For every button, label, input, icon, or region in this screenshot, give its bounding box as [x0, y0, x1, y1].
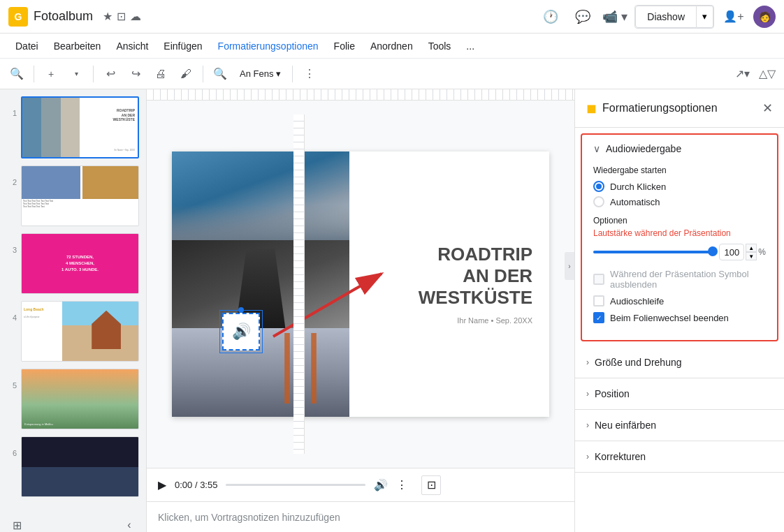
checkbox-audioschleife-row[interactable]: Audioschleife	[593, 295, 766, 306]
collapse-panel-button[interactable]: ‹	[118, 514, 140, 532]
section-recolor-chevron: ›	[586, 420, 589, 430]
media-more-button[interactable]: ⋮	[396, 478, 407, 492]
section-position: › Position	[575, 378, 784, 410]
menu-anordnen[interactable]: Anordnen	[363, 38, 420, 54]
undo-button[interactable]: ↩	[99, 63, 122, 85]
slide-image-6[interactable]	[21, 436, 139, 497]
chat-button[interactable]: 💬	[570, 4, 595, 29]
add-person-button[interactable]: 👤+	[721, 4, 746, 29]
zoom-dropdown-chevron: ▾	[276, 68, 281, 79]
slide-canvas-area[interactable]: ROADTRIP AN DER WESTKÜSTE Ihr Name • Sep…	[147, 101, 574, 468]
search-button[interactable]: 🔍	[6, 63, 28, 85]
checkbox-folienwechsel-row[interactable]: ✓ Beim Folienwechsel beenden	[593, 312, 766, 323]
volume-value: ▲ ▼ %	[719, 244, 766, 260]
resize-handle-top[interactable]	[238, 307, 244, 313]
volume-input[interactable]	[719, 244, 744, 260]
radio-circle-durch-klicken	[593, 181, 604, 192]
checkbox-symbol	[593, 274, 604, 285]
top-bar-right: 🕐 💬 📹 ▾ Diashow ▾ 👤+ 🧑	[538, 4, 776, 29]
user-avatar[interactable]: 🧑	[753, 6, 776, 28]
menu-format[interactable]: Formatierungsoptionen	[211, 38, 326, 54]
audio-section-chevron: ∨	[593, 143, 600, 154]
panel-collapse-handle[interactable]: ›	[565, 252, 574, 280]
notes-bar[interactable]: Klicken, um Vortragsnotizen hinzuzufügen	[147, 501, 574, 532]
section-position-header[interactable]: › Position	[575, 378, 784, 409]
slide-image-2[interactable]: Text Text Text Text Text Text TextText T…	[21, 165, 139, 226]
radio-durch-klicken[interactable]: Durch Klicken	[593, 181, 766, 192]
slide-thumb-3[interactable]: 3 72 STUNDEN,4 MENSCHEN,1 AUTO. 3 HUNDE.	[6, 232, 140, 295]
section-size-title: Größe und Drehung	[595, 357, 682, 368]
radio-label-durch-klicken: Durch Klicken	[610, 182, 666, 192]
checkbox-folienwechsel[interactable]: ✓	[593, 312, 604, 323]
format-panel: ◼ Formatierungsoptionen ✕ ∨ Audiowiederg…	[574, 89, 784, 532]
menu-bearbeiten[interactable]: Bearbeiten	[47, 38, 108, 54]
volume-sub-label: Lautstärke während der Präsentation	[593, 228, 766, 238]
progress-bar[interactable]	[226, 484, 365, 486]
zoom-level-button[interactable]: 🔍	[209, 63, 231, 85]
diashow-button[interactable]: Diashow	[635, 6, 697, 28]
slide-subtitle: Ihr Name • Sep. 20XX	[419, 316, 532, 325]
pointer-dropdown-button[interactable]: ↗▾	[731, 63, 753, 85]
radio-automatisch[interactable]: Automatisch	[593, 196, 766, 207]
volume-slider-track[interactable]	[593, 251, 713, 253]
menu-einfuegen[interactable]: Einfügen	[157, 38, 209, 54]
checkbox-audioschleife[interactable]	[593, 295, 604, 306]
video-call-button[interactable]: 📹 ▾	[602, 4, 627, 29]
zoom-in-button[interactable]: +	[40, 63, 62, 85]
audio-element-container[interactable]: 🔊	[222, 313, 260, 350]
print-button[interactable]: 🖨	[150, 63, 172, 85]
volume-button[interactable]: 🔊	[374, 478, 388, 492]
volume-up-button[interactable]: ▲	[746, 244, 757, 252]
volume-unit: %	[758, 247, 766, 257]
volume-slider-fill	[593, 251, 713, 253]
slide-number-6: 6	[7, 436, 17, 457]
slide-thumb-5[interactable]: 5 Entspannung in Malibu	[6, 367, 140, 431]
star-icon[interactable]: ★	[103, 10, 112, 23]
menu-datei[interactable]: Datei	[8, 38, 45, 54]
menu-more[interactable]: ...	[459, 38, 481, 54]
folder-icon[interactable]: ⊡	[117, 10, 126, 23]
slide-image-3[interactable]: 72 STUNDEN,4 MENSCHEN,1 AUTO. 3 HUNDE.	[21, 233, 139, 294]
audio-section-title: Audiowiedergabe	[606, 143, 681, 154]
more-right-button[interactable]: △▽	[756, 63, 778, 85]
sep3	[203, 66, 203, 82]
diashow-dropdown-button[interactable]: ▾	[697, 6, 713, 28]
panel-header: ◼ Formatierungsoptionen ✕	[575, 89, 784, 128]
history-button[interactable]: 🕐	[538, 4, 563, 29]
section-size-chevron: ›	[586, 357, 589, 367]
panel-close-button[interactable]: ✕	[762, 101, 773, 116]
section-size-header[interactable]: › Größe und Drehung	[575, 347, 784, 378]
slide-number-3: 3	[7, 233, 17, 254]
more-tools-button[interactable]: ⋮	[298, 63, 321, 85]
audio-section-header[interactable]: ∨ Audiowiedergabe	[582, 135, 777, 163]
vertical-ruler	[293, 114, 305, 454]
section-corrections-header[interactable]: › Korrekturen	[575, 441, 784, 472]
menu-tools[interactable]: Tools	[421, 38, 458, 54]
cloud-status-icon: ☁	[130, 10, 141, 23]
grid-view-button[interactable]: ⊞	[6, 514, 28, 532]
volume-slider-thumb[interactable]	[708, 246, 718, 256]
slide-thumb-1[interactable]: 1 ROADTRIPAN DERWESTKÜSTE Ihr Name • Sep…	[6, 95, 140, 160]
slide-thumb-2[interactable]: 2 Text Text Text Text Text Text TextText…	[6, 164, 140, 228]
slide-thumb-4[interactable]: 4 Long Beach a Life of purpose	[6, 300, 140, 363]
top-bar: G Fotoalbum ★ ⊡ ☁ 🕐 💬 📹 ▾ Diashow ▾ 👤+ 🧑	[0, 0, 784, 34]
slide-image-5[interactable]: Entspannung in Malibu	[21, 369, 139, 429]
slide-number-4: 4	[7, 301, 17, 322]
section-position-title: Position	[595, 388, 630, 399]
paint-format-button[interactable]: 🖌	[175, 63, 197, 85]
slide-thumb-6[interactable]: 6	[6, 435, 140, 498]
slide-main-title: ROADTRIP AN DER WESTKÜSTE	[419, 244, 532, 309]
zoom-fit-button[interactable]: An Fens ▾	[234, 66, 286, 82]
sep1	[34, 66, 34, 82]
zoom-dropdown-button[interactable]: ▾	[65, 63, 87, 85]
menu-folie[interactable]: Folie	[327, 38, 362, 54]
redo-button[interactable]: ↪	[124, 63, 147, 85]
slide-image-4[interactable]: Long Beach a Life of purpose	[21, 301, 139, 362]
section-recolor-header[interactable]: › Neu einfärben	[575, 410, 784, 441]
sep2	[93, 66, 94, 82]
volume-down-button[interactable]: ▼	[746, 252, 757, 260]
expand-button[interactable]: ⊡	[421, 475, 441, 495]
slide-image-1[interactable]: ROADTRIPAN DERWESTKÜSTE Ihr Name • Sep. …	[21, 96, 139, 158]
play-button[interactable]: ▶	[158, 478, 166, 492]
menu-ansicht[interactable]: Ansicht	[109, 38, 155, 54]
